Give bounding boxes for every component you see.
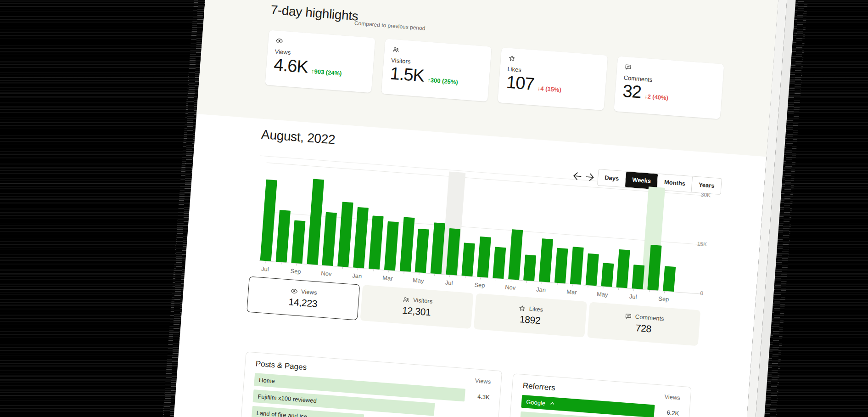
people-icon	[402, 296, 410, 303]
chart-bar[interactable]	[523, 255, 536, 282]
post-label: Land of fire and ice	[256, 409, 307, 417]
highlight-card-likes[interactable]: Likes107↓4 (15%)	[498, 47, 608, 110]
highlight-card-delta: ↑903 (24%)	[311, 68, 342, 77]
chart-bar[interactable]	[337, 202, 353, 267]
highlight-card-delta: ↓4 (15%)	[537, 85, 561, 94]
x-axis-label: Mar	[561, 288, 582, 296]
referrers-title: Referrers	[522, 381, 555, 393]
x-axis-label: Sep	[470, 281, 490, 289]
chart-bar[interactable]	[384, 221, 399, 271]
chart-bar[interactable]	[446, 228, 461, 276]
x-axis-label: Jul	[439, 279, 459, 287]
eye-icon	[291, 287, 298, 294]
highlight-card-value: 107	[506, 73, 535, 93]
comment-icon	[624, 312, 632, 320]
highlight-card-delta: ↑300 (25%)	[427, 77, 458, 86]
posts-pages-title: Posts & Pages	[255, 359, 307, 372]
chart-bar[interactable]	[539, 238, 553, 282]
x-axis-label: Nov	[316, 270, 336, 278]
totals-tab-value: 1892	[519, 314, 541, 326]
post-value	[464, 411, 488, 413]
totals-tab-value: 12,301	[402, 305, 431, 318]
chart-bar[interactable]	[632, 265, 645, 289]
chart-bar[interactable]	[275, 210, 290, 262]
post-label: Fujifilm x100 reviewed	[258, 393, 317, 404]
arrow-left-icon[interactable]	[572, 171, 583, 182]
chart-bar[interactable]	[601, 263, 614, 287]
chart-bar[interactable]	[570, 247, 584, 285]
totals-tab-labelrow: Comments	[624, 312, 664, 322]
highlight-card-delta: ↓2 (40%)	[644, 93, 669, 101]
x-axis-label: Mar	[377, 274, 398, 282]
chart-bar[interactable]	[353, 207, 369, 268]
period-tab-days[interactable]: Days	[598, 169, 626, 187]
post-value: 4.3K	[465, 392, 490, 400]
chart-bar[interactable]	[291, 220, 305, 264]
x-axis-label: Jul	[255, 265, 275, 273]
totals-tab-value: 728	[635, 322, 652, 334]
chart-bar[interactable]	[431, 222, 445, 274]
totals-tab-labelrow: Likes	[518, 304, 543, 313]
chart-bar[interactable]	[647, 245, 661, 291]
x-axis-label: Jan	[531, 286, 551, 294]
totals-tab-labelrow: Visitors	[402, 296, 432, 305]
chart-bar[interactable]	[369, 215, 384, 269]
chart-bar[interactable]	[307, 179, 324, 265]
referrer-label: Google	[526, 398, 546, 406]
chart-bar[interactable]	[461, 242, 475, 276]
chart-bar[interactable]	[554, 248, 568, 284]
totals-tab-labelrow: Views	[291, 287, 317, 296]
highlight-card-value: 4.6K	[273, 56, 308, 76]
x-axis-label: Jul	[623, 293, 644, 301]
highlight-card-visitors[interactable]: Visitors1.5K↑300 (25%)	[381, 39, 492, 101]
chart-bar[interactable]	[508, 229, 523, 280]
chart-bar[interactable]	[399, 217, 414, 271]
totals-tab-value: 14,223	[288, 296, 318, 310]
highlight-card-value: 32	[622, 82, 642, 101]
posts-views-header: Views	[475, 377, 491, 385]
chart-bar[interactable]	[477, 237, 491, 278]
totals-tab-label: Visitors	[413, 297, 432, 305]
x-axis-label: Jan	[347, 272, 367, 280]
referrer-value: 6.2K	[654, 408, 679, 417]
chart-bar[interactable]	[493, 247, 506, 279]
arrow-right-icon[interactable]	[585, 172, 596, 183]
x-axis-label: Sep	[653, 295, 674, 303]
totals-tab-label: Likes	[529, 305, 543, 313]
star-icon	[518, 304, 526, 312]
x-axis-label: May	[408, 276, 429, 285]
chart-bar[interactable]	[322, 212, 337, 266]
chevron-up-icon	[549, 400, 556, 407]
highlight-card-value: 1.5K	[389, 64, 425, 85]
chart-bar[interactable]	[616, 249, 630, 288]
x-axis-label: Sep	[286, 267, 306, 275]
chart-bar[interactable]	[663, 266, 676, 292]
x-axis-label: May	[592, 290, 613, 299]
x-axis-label: Nov	[500, 283, 521, 292]
highlight-card-comments[interactable]: Comments32↓2 (40%)	[614, 56, 724, 119]
referrers-views-header: Views	[664, 393, 680, 401]
totals-tab-label: Comments	[635, 313, 664, 322]
totals-tab-label: Views	[301, 288, 317, 296]
highlight-card-views[interactable]: Views4.6K↑903 (24%)	[265, 30, 375, 93]
chart-bar[interactable]	[585, 254, 599, 286]
chart-bar[interactable]	[415, 229, 429, 273]
post-label: Home	[259, 376, 275, 384]
